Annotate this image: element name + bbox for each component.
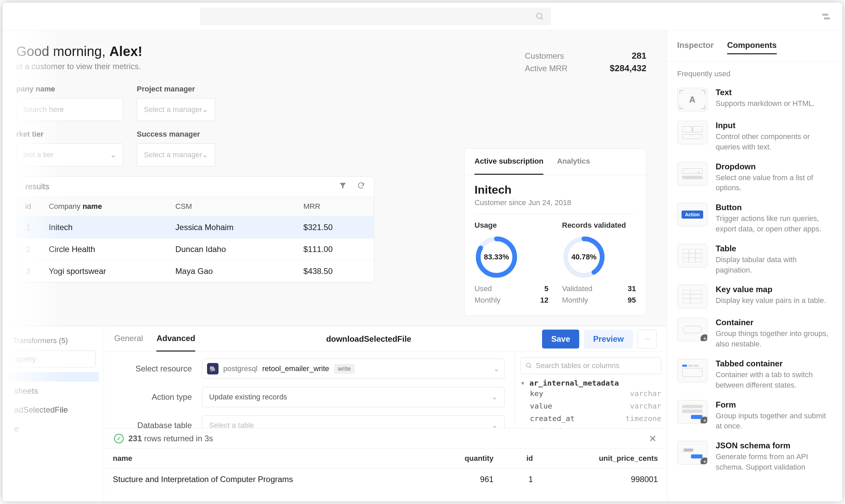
resource-label: Select resource xyxy=(114,364,202,374)
usage-monthly-value: 12 xyxy=(540,296,549,305)
component-name: Table xyxy=(715,244,832,253)
component-tabbed[interactable]: Tabbed containerContainer with a tab to … xyxy=(667,354,842,395)
col-csm: CSM xyxy=(167,197,294,217)
used-value: 5 xyxy=(545,284,549,293)
transformer-item[interactable]: sheets xyxy=(7,381,99,400)
schema-search[interactable]: Search tables or columns xyxy=(520,357,661,374)
subscription-company: Initech xyxy=(475,183,636,196)
component-thumb: Action xyxy=(677,203,708,227)
row-mrr: $111.00 xyxy=(294,238,374,260)
tab-inspector[interactable]: Inspector xyxy=(677,37,713,54)
tab-general[interactable]: General xyxy=(114,326,143,352)
filter-icon[interactable] xyxy=(339,181,347,192)
component-input[interactable]: IInputControl other components or querie… xyxy=(667,116,842,157)
table-row[interactable]: 2 Circle Health Duncan Idaho $111.00 xyxy=(17,238,374,260)
tab-active-subscription[interactable]: Active subscription xyxy=(475,149,544,175)
close-icon[interactable]: ✕ xyxy=(649,433,657,444)
validated-value: 31 xyxy=(628,284,636,293)
component-thumb xyxy=(677,359,708,382)
col-name: value xyxy=(530,402,552,410)
preview-button[interactable]: Preview xyxy=(584,329,633,348)
more-button[interactable]: ⋯ xyxy=(638,329,657,348)
component-container[interactable]: ContainerGroup things together into grou… xyxy=(667,313,842,354)
component-table[interactable]: TableDisplay tabular data with paginatio… xyxy=(667,239,842,280)
component-form[interactable]: FormGroup inputs together and submit at … xyxy=(667,395,842,436)
resval-quantity: 961 xyxy=(427,469,502,490)
col-type: timezone xyxy=(625,414,661,423)
subscription-card: Active subscription Analytics Initech Cu… xyxy=(464,148,646,316)
panel-toggle-icon[interactable] xyxy=(818,8,834,25)
project-manager-select[interactable]: Select a manager ⌄ xyxy=(137,98,215,121)
header-stats: Customers 281 Active MRR $284,432 xyxy=(525,51,646,76)
action-type-label: Action type xyxy=(114,392,202,402)
component-button[interactable]: ActionButtonTrigger actions like run que… xyxy=(667,198,842,239)
frequently-used-title: Frequently used xyxy=(667,61,842,83)
results-table[interactable]: id Company name CSM MRR 1 Initech Jessic… xyxy=(17,196,374,282)
component-desc: Select one value from a list of options. xyxy=(715,173,832,194)
component-dropdown[interactable]: ⌄DropdownSelect one value from a list of… xyxy=(667,157,842,198)
rescol-price: unit_price_cents xyxy=(542,449,667,469)
schema-column[interactable]: keyvarchar xyxy=(520,387,661,400)
customers-value: 281 xyxy=(596,51,646,61)
component-desc: Supports markdown or HTML. xyxy=(715,98,815,109)
svg-rect-3 xyxy=(824,17,830,19)
transformer-item[interactable] xyxy=(7,372,99,381)
row-idx: 1 xyxy=(17,217,40,238)
project-manager-label: Project manager xyxy=(137,85,215,93)
query-search-placeholder: query xyxy=(16,354,36,364)
records-label: Records validated xyxy=(562,221,636,230)
component-desc: Control other components or queries with… xyxy=(715,131,832,152)
svg-point-8 xyxy=(527,363,531,367)
transformer-item[interactable]: adSelectedFile xyxy=(7,400,99,419)
schema-column[interactable]: created_attimezone xyxy=(520,412,661,425)
mrr-value: $284,432 xyxy=(596,63,646,74)
tab-analytics[interactable]: Analytics xyxy=(557,149,590,175)
query-search[interactable]: query xyxy=(11,350,96,367)
company-name-input[interactable] xyxy=(16,98,123,121)
row-csm: Duncan Idaho xyxy=(167,238,294,260)
table-row[interactable]: 3 Yogi sportswear Maya Gao $438.50 xyxy=(17,260,374,282)
component-name: JSON schema form xyxy=(715,441,832,450)
action-type-select[interactable]: Update existing records ⌄ xyxy=(202,387,504,407)
transformer-item[interactable]: e xyxy=(7,419,99,438)
component-name: Button xyxy=(715,203,832,212)
row-company: Initech xyxy=(40,217,167,238)
col-id: id xyxy=(17,197,40,217)
component-kv[interactable]: Key value mapDisplay key value pairs in … xyxy=(667,280,842,313)
row-company: Circle Health xyxy=(40,238,167,260)
component-desc: Display tabular data with pagination. xyxy=(715,255,832,276)
result-rest: rows returned in 3s xyxy=(142,434,213,443)
usage-gauge: 83.33% xyxy=(475,235,518,279)
row-company: Yogi sportswear xyxy=(40,260,167,282)
component-name: Dropdown xyxy=(715,162,832,172)
search-icon xyxy=(525,362,532,369)
tab-advanced[interactable]: Advanced xyxy=(156,326,195,352)
save-button[interactable]: Save xyxy=(542,329,579,348)
row-idx: 2 xyxy=(17,238,40,260)
refresh-icon[interactable] xyxy=(357,181,365,192)
global-search[interactable] xyxy=(200,8,551,25)
resource-select[interactable]: 🐘 postgresql retool_emailer_write write … xyxy=(202,359,504,379)
rescol-name: name xyxy=(104,449,427,469)
component-desc: Group things together into groups, also … xyxy=(715,328,832,349)
tab-components[interactable]: Components xyxy=(727,37,777,54)
col-company: Company name xyxy=(40,197,167,217)
component-name: Input xyxy=(715,121,832,130)
schema-table-name[interactable]: ar_internal_metadata xyxy=(520,379,661,387)
component-text[interactable]: ATextSupports markdown or HTML. xyxy=(667,83,842,116)
component-thumb: JSON xyxy=(677,441,708,465)
component-json[interactable]: JSONJSON schema formGenerate forms from … xyxy=(667,436,842,478)
greeting-prefix: Good morning, xyxy=(16,44,109,59)
result-row[interactable]: Stucture and Interpretation of Computer … xyxy=(104,469,667,490)
right-sidebar: Inspector Components Frequently used ATe… xyxy=(667,30,842,501)
svg-rect-2 xyxy=(822,14,828,16)
success-manager-select[interactable]: Select a manager ⌄ xyxy=(137,143,215,166)
col-name: created_at xyxy=(530,414,574,423)
table-row[interactable]: 1 Initech Jessica Mohaim $321.50 xyxy=(17,217,374,238)
schema-column[interactable]: valuevarchar xyxy=(520,400,661,412)
transformers-heading: Transformers (5) xyxy=(7,333,99,348)
market-tier-select[interactable]: lect a tier ⌄ xyxy=(16,143,123,166)
market-tier-label: rket tier xyxy=(16,130,123,139)
component-name: Form xyxy=(715,400,832,410)
topbar xyxy=(3,3,842,30)
